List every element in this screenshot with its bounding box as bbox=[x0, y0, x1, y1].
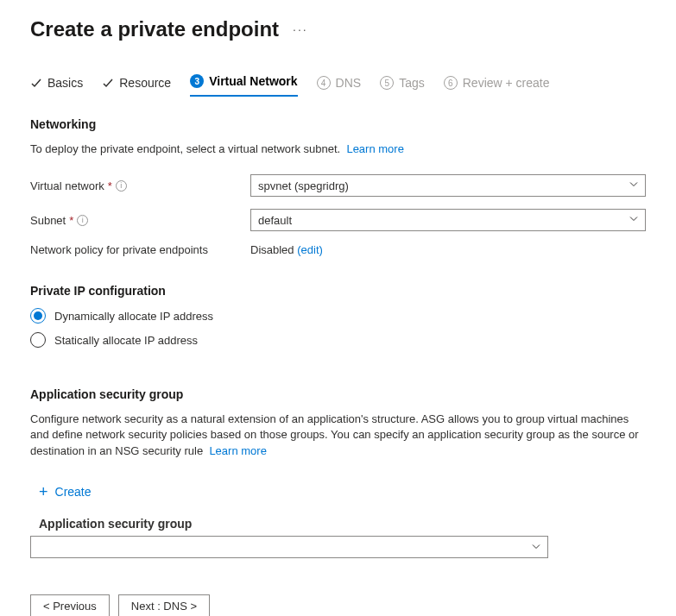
step-number-icon: 5 bbox=[380, 76, 394, 90]
virtual-network-select-button[interactable]: spvnet (spegridrg) bbox=[250, 174, 646, 197]
info-icon[interactable]: i bbox=[77, 215, 88, 226]
ip-config-heading: Private IP configuration bbox=[30, 284, 646, 298]
asg-heading: Application security group bbox=[30, 387, 646, 401]
create-label: Create bbox=[55, 485, 92, 499]
required-marker: * bbox=[69, 214, 73, 227]
tab-tags[interactable]: 5 Tags bbox=[380, 71, 425, 95]
radio-icon bbox=[30, 332, 46, 348]
radio-icon bbox=[30, 308, 46, 324]
virtual-network-row: Virtual network * i spvnet (spegridrg) bbox=[30, 174, 646, 197]
subnet-select-button[interactable]: default bbox=[250, 209, 646, 231]
step-number-icon: 4 bbox=[317, 76, 331, 90]
tab-label: Review + create bbox=[463, 76, 550, 90]
tab-review-create[interactable]: 6 Review + create bbox=[444, 71, 550, 95]
step-number-icon: 6 bbox=[444, 76, 458, 90]
network-policy-row: Network policy for private endpoints Dis… bbox=[30, 243, 646, 256]
subnet-row: Subnet * i default bbox=[30, 209, 646, 231]
plus-icon: + bbox=[39, 483, 48, 501]
asg-select[interactable] bbox=[30, 536, 548, 560]
virtual-network-select[interactable]: spvnet (spegridrg) bbox=[250, 174, 646, 197]
network-policy-label: Network policy for private endpoints bbox=[30, 243, 250, 256]
tab-label: Virtual Network bbox=[209, 74, 297, 88]
subnet-select[interactable]: default bbox=[250, 209, 646, 231]
tab-label: Tags bbox=[399, 76, 425, 90]
edit-link[interactable]: (edit) bbox=[297, 243, 323, 256]
next-button[interactable]: Next : DNS > bbox=[118, 594, 210, 616]
networking-description: To deploy the private endpoint, select a… bbox=[30, 141, 646, 157]
radio-dynamic-ip[interactable]: Dynamically allocate IP address bbox=[30, 308, 646, 324]
virtual-network-label: Virtual network * i bbox=[30, 179, 250, 192]
tab-label: Resource bbox=[119, 76, 171, 90]
tab-label: Basics bbox=[47, 76, 83, 90]
more-icon[interactable]: ··· bbox=[293, 22, 308, 36]
asg-column-label: Application security group bbox=[39, 517, 646, 531]
networking-heading: Networking bbox=[30, 117, 646, 131]
tab-dns[interactable]: 4 DNS bbox=[317, 71, 362, 95]
step-number-icon: 3 bbox=[190, 74, 204, 88]
radio-label: Statically allocate IP address bbox=[54, 334, 198, 347]
tab-resource[interactable]: Resource bbox=[102, 71, 171, 95]
tab-virtual-network[interactable]: 3 Virtual Network bbox=[190, 69, 297, 97]
subnet-label: Subnet * i bbox=[30, 214, 250, 227]
info-icon[interactable]: i bbox=[116, 180, 127, 192]
tab-label: DNS bbox=[336, 76, 362, 90]
network-policy-value: Disabled (edit) bbox=[250, 243, 323, 256]
asg-description: Configure network security as a natural … bbox=[30, 412, 646, 459]
learn-more-link[interactable]: Learn more bbox=[346, 142, 403, 155]
page-title: Create a private endpoint bbox=[30, 17, 279, 41]
asg-select-button[interactable] bbox=[30, 536, 548, 558]
footer-buttons: < Previous Next : DNS > bbox=[30, 594, 646, 616]
required-marker: * bbox=[108, 179, 112, 192]
previous-button[interactable]: < Previous bbox=[30, 594, 110, 616]
check-icon bbox=[102, 77, 114, 89]
radio-label: Dynamically allocate IP address bbox=[54, 310, 213, 323]
check-icon bbox=[30, 77, 42, 89]
tab-basics[interactable]: Basics bbox=[30, 71, 83, 95]
learn-more-link[interactable]: Learn more bbox=[209, 444, 266, 457]
radio-static-ip[interactable]: Statically allocate IP address bbox=[30, 332, 646, 348]
create-asg-button[interactable]: + Create bbox=[30, 476, 100, 508]
wizard-tabs: Basics Resource 3 Virtual Network 4 DNS … bbox=[30, 69, 646, 97]
